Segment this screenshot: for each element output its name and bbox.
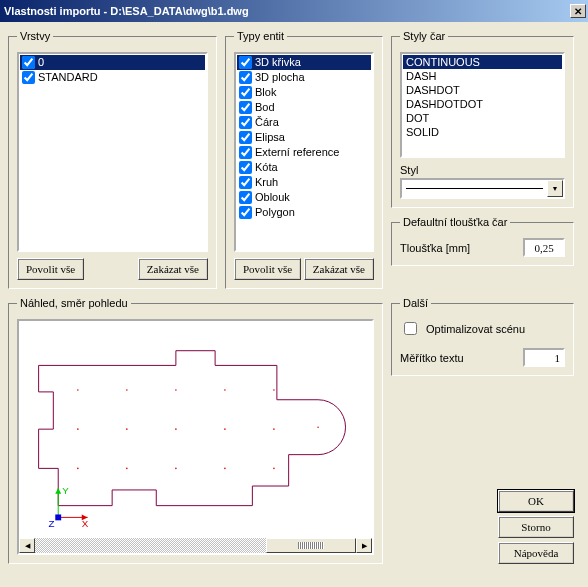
list-item-checkbox[interactable] — [22, 71, 35, 84]
other-legend: Další — [400, 297, 431, 309]
preview-hscrollbar[interactable]: ◀ ▶ — [19, 538, 372, 553]
text-scale-input[interactable] — [523, 348, 565, 367]
chevron-down-icon[interactable]: ▼ — [547, 180, 563, 197]
svg-point-14 — [224, 468, 226, 470]
line-styles-legend: Styly čar — [400, 30, 448, 42]
axis-y-label: Y — [62, 485, 69, 496]
list-item[interactable]: STANDARD — [20, 70, 205, 85]
list-item-checkbox[interactable] — [239, 206, 252, 219]
text-scale-label: Měřítko textu — [400, 352, 517, 364]
list-item-label: Polygon — [255, 205, 295, 220]
list-item-label: STANDARD — [38, 70, 98, 85]
list-item[interactable]: DASH — [403, 69, 562, 83]
list-item[interactable]: Bod — [237, 100, 371, 115]
optimize-checkbox[interactable] — [404, 322, 417, 335]
svg-point-6 — [126, 428, 128, 430]
close-button[interactable]: ✕ — [570, 4, 586, 18]
list-item[interactable]: Čára — [237, 115, 371, 130]
list-item[interactable]: Oblouk — [237, 190, 371, 205]
style-label: Styl — [400, 164, 565, 176]
svg-point-3 — [224, 389, 226, 391]
layers-enable-all-button[interactable]: Povolit vše — [17, 258, 84, 280]
list-item-checkbox[interactable] — [239, 101, 252, 114]
list-item-label: Blok — [255, 85, 276, 100]
axis-x-label: X — [82, 518, 89, 529]
list-item-checkbox[interactable] — [239, 176, 252, 189]
types-disable-all-button[interactable]: Zakázat vše — [304, 258, 374, 280]
svg-point-5 — [77, 428, 79, 430]
svg-point-1 — [126, 389, 128, 391]
list-item-label: Kóta — [255, 160, 278, 175]
help-button[interactable]: Nápověda — [498, 542, 574, 564]
entity-types-list[interactable]: 3D křivka3D plochaBlokBodČáraElipsaExter… — [234, 52, 374, 252]
svg-point-12 — [126, 468, 128, 470]
list-item[interactable]: Externí reference — [237, 145, 371, 160]
ok-button[interactable]: OK — [498, 490, 574, 512]
list-item-label: 3D plocha — [255, 70, 305, 85]
other-group: Další Optimalizovat scénu Měřítko textu — [391, 297, 574, 376]
list-item-label: Čára — [255, 115, 279, 130]
scroll-thumb[interactable] — [266, 538, 356, 553]
line-thickness-group: Defaultní tloušťka čar Tloušťka [mm] — [391, 216, 574, 266]
svg-point-2 — [175, 389, 177, 391]
list-item[interactable]: CONTINUOUS — [403, 55, 562, 69]
scroll-left-icon[interactable]: ◀ — [19, 538, 35, 553]
list-item-checkbox[interactable] — [22, 56, 35, 69]
list-item[interactable]: DOT — [403, 111, 562, 125]
list-item-checkbox[interactable] — [239, 56, 252, 69]
list-item[interactable]: Kruh — [237, 175, 371, 190]
line-styles-group: Styly čar CONTINUOUSDASHDASHDOTDASHDOTDO… — [391, 30, 574, 208]
svg-point-0 — [77, 389, 79, 391]
line-thickness-legend: Defaultní tloušťka čar — [400, 216, 510, 228]
svg-point-8 — [224, 428, 226, 430]
list-item-checkbox[interactable] — [239, 71, 252, 84]
axis-z-label: Z — [48, 518, 54, 529]
svg-point-15 — [273, 468, 275, 470]
title-bar: Vlastnosti importu - D:\ESA_DATA\dwg\b1.… — [0, 0, 588, 22]
list-item-checkbox[interactable] — [239, 116, 252, 129]
list-item-label: Oblouk — [255, 190, 290, 205]
list-item[interactable]: DASHDOT — [403, 83, 562, 97]
optimize-checkbox-row[interactable]: Optimalizovat scénu — [400, 319, 565, 338]
list-item-checkbox[interactable] — [239, 191, 252, 204]
cancel-button[interactable]: Storno — [498, 516, 574, 538]
line-styles-list[interactable]: CONTINUOUSDASHDASHDOTDASHDOTDOTDOTSOLID — [400, 52, 565, 158]
preview-group: Náhled, směr pohledu — [8, 297, 383, 564]
svg-point-4 — [273, 389, 275, 391]
list-item[interactable]: SOLID — [403, 125, 562, 139]
list-item[interactable]: Kóta — [237, 160, 371, 175]
optimize-label: Optimalizovat scénu — [426, 323, 525, 335]
list-item[interactable]: Blok — [237, 85, 371, 100]
types-enable-all-button[interactable]: Povolit vše — [234, 258, 301, 280]
list-item-checkbox[interactable] — [239, 131, 252, 144]
layers-disable-all-button[interactable]: Zakázat vše — [138, 258, 208, 280]
list-item[interactable]: DASHDOTDOT — [403, 97, 562, 111]
style-combo-value — [402, 180, 547, 197]
list-item-label: Bod — [255, 100, 275, 115]
list-item[interactable]: 3D plocha — [237, 70, 371, 85]
list-item-checkbox[interactable] — [239, 86, 252, 99]
list-item[interactable]: 3D křivka — [237, 55, 371, 70]
svg-point-11 — [77, 468, 79, 470]
list-item-label: Elipsa — [255, 130, 285, 145]
svg-point-7 — [175, 428, 177, 430]
svg-point-9 — [273, 428, 275, 430]
list-item-label: 3D křivka — [255, 55, 301, 70]
list-item[interactable]: Polygon — [237, 205, 371, 220]
list-item[interactable]: 0 — [20, 55, 205, 70]
list-item-label: 0 — [38, 55, 44, 70]
thickness-input[interactable] — [523, 238, 565, 257]
entity-types-group: Typy entit 3D křivka3D plochaBlokBodČára… — [225, 30, 383, 289]
list-item-checkbox[interactable] — [239, 161, 252, 174]
svg-point-13 — [175, 468, 177, 470]
list-item-label: Externí reference — [255, 145, 339, 160]
list-item-checkbox[interactable] — [239, 146, 252, 159]
layers-group: Vrstvy 0STANDARD Povolit vše Zakázat vše — [8, 30, 217, 289]
preview-canvas[interactable]: Y X Z ◀ ▶ — [17, 319, 374, 555]
style-combo[interactable]: ▼ — [400, 178, 565, 199]
layers-list[interactable]: 0STANDARD — [17, 52, 208, 252]
list-item[interactable]: Elipsa — [237, 130, 371, 145]
svg-rect-18 — [55, 514, 61, 520]
thickness-label: Tloušťka [mm] — [400, 242, 517, 254]
scroll-right-icon[interactable]: ▶ — [356, 538, 372, 553]
